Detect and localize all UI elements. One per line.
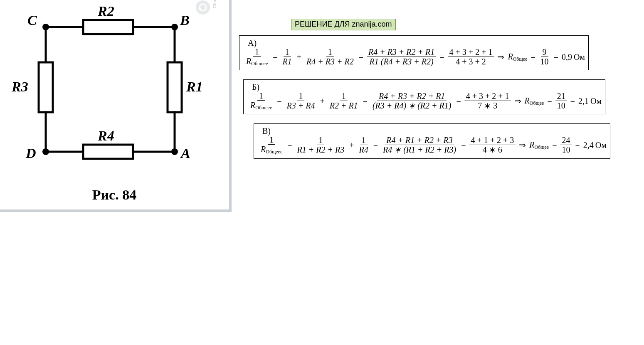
svg-point-12 bbox=[42, 24, 49, 30]
resistor-label-r2: R2 bbox=[98, 3, 114, 19]
c-den-expr: 4 ∗ 6 bbox=[481, 145, 504, 154]
b-num-expr: 4 + 3 + 2 + 1 bbox=[464, 91, 511, 101]
watermark-text: ©5terka.com bbox=[212, 0, 217, 8]
c-value: 2,4 bbox=[583, 140, 594, 150]
a-r-sub: Общее bbox=[513, 56, 528, 62]
a-den-expr: 4 + 3 + 2 bbox=[454, 57, 488, 66]
svg-rect-10 bbox=[39, 62, 53, 112]
op-eq: = bbox=[275, 96, 283, 106]
c-t1-den: R1 + R2 + R3 bbox=[297, 145, 345, 154]
op-eq: = bbox=[286, 140, 294, 150]
b-res-den: 10 bbox=[555, 101, 567, 110]
c-lhs-sub: Общеее bbox=[266, 149, 282, 155]
b-lhs-num: 1 bbox=[257, 91, 265, 101]
op-plus: + bbox=[318, 96, 326, 106]
a-t2-den: R4 + R3 + R2 bbox=[306, 57, 354, 66]
c-res-num: 24 bbox=[560, 136, 572, 145]
equation-row-a: 1 RОбщеее = 1 R1 + 1 R4 + R3 + R2 = R4 +… bbox=[244, 47, 585, 67]
b-lhs-sub: Общеее bbox=[255, 105, 272, 111]
c-lhs-num: 1 bbox=[268, 135, 275, 145]
resistor-label-r1: R1 bbox=[186, 79, 203, 95]
svg-point-15 bbox=[171, 148, 178, 155]
resistor-label-r3: R3 bbox=[12, 79, 28, 95]
case-label-b: Б) bbox=[249, 82, 602, 92]
op-eq: = bbox=[550, 140, 558, 150]
c-t2-num: 1 bbox=[360, 136, 368, 145]
node-label-a: A bbox=[181, 145, 190, 161]
svg-rect-7 bbox=[83, 145, 133, 159]
equation-row-b: 1 RОбщеее = 1 R3 + R4 + 1 R2 + R1 = R4 +… bbox=[249, 91, 602, 111]
lhs-sub: Общеее bbox=[251, 61, 268, 67]
op-plus: + bbox=[348, 140, 355, 150]
c-unit: Ом bbox=[595, 140, 607, 150]
c-num-expr: 4 + 1 + 2 + 3 bbox=[469, 136, 516, 145]
a-t1-den: R1 bbox=[283, 57, 292, 66]
b-t1-num: 1 bbox=[297, 91, 304, 101]
svg-rect-4 bbox=[168, 62, 182, 112]
a-t2-num: 1 bbox=[326, 47, 334, 57]
b-r-sub: Общее bbox=[530, 100, 544, 106]
b-den-expr: 7 ∗ 3 bbox=[476, 101, 499, 110]
b-res-num: 21 bbox=[555, 91, 567, 101]
op-eq: = bbox=[552, 52, 560, 62]
op-eq: = bbox=[569, 96, 577, 106]
a-res-num: 9 bbox=[541, 47, 548, 57]
solution-badge: РЕШЕНИЕ ДЛЯ znanija.com bbox=[291, 19, 396, 30]
equation-row-c: 1 RОбщеее = 1 R1 + R2 + R3 + 1 R4 = R4 +… bbox=[259, 135, 607, 155]
solution-panel: РЕШЕНИЕ ДЛЯ znanija.com А) 1 RОбщеее = 1… bbox=[239, 19, 638, 159]
a-t1-num: 1 bbox=[284, 47, 291, 57]
op-eq: = bbox=[372, 140, 380, 150]
b-value: 2,1 bbox=[578, 96, 589, 106]
op-eq: = bbox=[271, 52, 279, 62]
svg-point-13 bbox=[171, 24, 178, 30]
b-t1-den: R3 + R4 bbox=[287, 101, 315, 110]
c-lhs-den-r: R bbox=[261, 145, 266, 154]
lhs-den-r: R bbox=[246, 57, 251, 66]
op-eq: = bbox=[357, 52, 365, 62]
svg-point-14 bbox=[42, 148, 49, 155]
op-arrow: ⇒ bbox=[517, 140, 528, 150]
node-label-d: D bbox=[26, 145, 36, 161]
op-eq: = bbox=[454, 96, 462, 106]
op-plus: + bbox=[295, 52, 303, 62]
b-sum-num: R4 + R3 + R2 + R1 bbox=[379, 91, 445, 101]
c-res-den: 10 bbox=[560, 145, 572, 154]
a-sum-den: R1 (R4 + R3 + R2) bbox=[370, 57, 434, 66]
op-eq: = bbox=[545, 96, 553, 106]
node-label-b: B bbox=[180, 12, 190, 28]
case-label-a: А) bbox=[244, 38, 585, 48]
op-eq: = bbox=[529, 52, 537, 62]
a-num-expr: 4 + 3 + 2 + 1 bbox=[448, 47, 494, 57]
node-label-c: C bbox=[27, 12, 37, 28]
c-t1-num: 1 bbox=[317, 136, 324, 145]
a-sum-num: R4 + R3 + R2 + R1 bbox=[368, 47, 434, 57]
equation-block-a: А) 1 RОбщеее = 1 R1 + 1 R4 + R3 + R2 = R… bbox=[239, 35, 589, 70]
c-t2-den: R4 bbox=[359, 145, 368, 154]
op-arrow: ⇒ bbox=[496, 52, 506, 62]
b-t2-den: R2 + R1 bbox=[330, 101, 358, 110]
resistor-label-r4: R4 bbox=[98, 128, 114, 144]
circuit-panel: C B D A R2 R1 R3 R4 Рис. 84 ©5terka.com bbox=[0, 0, 229, 216]
a-value: 0,9 bbox=[562, 52, 572, 62]
svg-point-16 bbox=[196, 0, 210, 15]
op-arrow: ⇒ bbox=[513, 96, 523, 106]
a-res-den: 10 bbox=[539, 57, 550, 66]
equation-block-c: В) 1 RОбщеее = 1 R1 + R2 + R3 + 1 R4 = R… bbox=[254, 123, 610, 158]
figure-caption: Рис. 84 bbox=[0, 187, 229, 203]
c-r-sub: Общее bbox=[534, 144, 549, 150]
circuit-diagram: C B D A R2 R1 R3 R4 Рис. 84 bbox=[0, 0, 229, 216]
op-eq: = bbox=[438, 52, 446, 62]
a-unit: Ом bbox=[574, 52, 585, 62]
b-lhs-den-r: R bbox=[250, 101, 255, 110]
op-eq: = bbox=[459, 140, 467, 150]
svg-rect-1 bbox=[83, 20, 133, 34]
op-eq: = bbox=[573, 140, 581, 150]
b-t2-num: 1 bbox=[340, 91, 348, 101]
op-eq: = bbox=[361, 96, 369, 106]
c-sum-num: R4 + R1 + R2 + R3 bbox=[386, 136, 452, 145]
c-sum-den: R4 ∗ (R1 + R2 + R3) bbox=[383, 145, 456, 154]
watermark-icon bbox=[195, 0, 210, 15]
equation-block-b: Б) 1 RОбщеее = 1 R3 + R4 + 1 R2 + R1 = R… bbox=[243, 79, 605, 114]
b-sum-den: (R3 + R4) ∗ (R2 + R1) bbox=[373, 101, 452, 110]
case-label-c: В) bbox=[259, 126, 607, 136]
